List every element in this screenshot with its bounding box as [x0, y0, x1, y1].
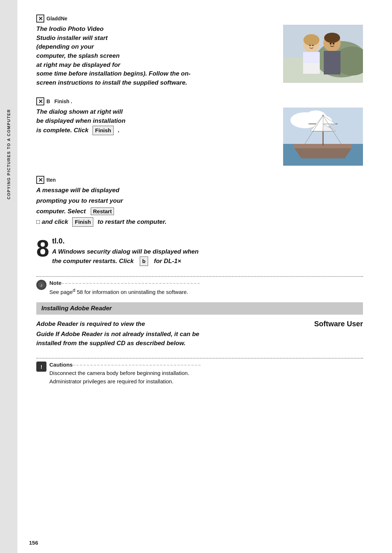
adobe-banner: Installing Adobe Reader — [36, 302, 363, 315]
section1-text: The Irodio Photo Video Studio installer … — [36, 25, 276, 87]
section1-image — [283, 25, 363, 83]
caution-line-2: Administrator privileges are required fo… — [49, 378, 201, 386]
caution-label: Cautions~~~~~~~~~~~~~~~~~~~~~~~~~~~~~~~~… — [49, 362, 201, 368]
section1-twocol: The Irodio Photo Video Studio installer … — [36, 25, 363, 87]
note-text: See paged 58 for information on uninstal… — [49, 287, 201, 295]
svg-text:!: ! — [41, 364, 42, 370]
sidebar-text: Copying Pictures to a Computer — [7, 109, 11, 199]
svg-rect-9 — [324, 51, 340, 74]
software-user-text: Software User — [314, 320, 363, 328]
adobe-body-section: Adobe Reader is required to view the Sof… — [36, 320, 363, 348]
caution-line-1: Disconnect the camera body before beginn… — [49, 369, 201, 378]
svg-point-10 — [324, 33, 340, 43]
note-content: Note~~~~~~~~~~~~~~~~~~~~~~~~~~~~~~~~~~~~… — [49, 280, 201, 295]
step8-container: 8 tl.0. A Windows security dialog will b… — [36, 237, 363, 266]
step8-subtitle: tl.0. — [52, 237, 350, 245]
svg-point-13 — [330, 43, 332, 45]
svg-point-14 — [333, 43, 335, 45]
caution-section: ! Cautions~~~~~~~~~~~~~~~~~~~~~~~~~~~~~~… — [36, 358, 363, 386]
finish-btn-2: Finish — [72, 217, 93, 227]
checkbox-icon-1 — [36, 15, 44, 23]
finish-btn: Finish — [93, 126, 114, 135]
section1-title: GladdNe — [46, 16, 68, 21]
note-icon: ♪ — [36, 280, 46, 290]
caution-symbol: ! — [37, 363, 45, 371]
svg-text:♪: ♪ — [40, 282, 43, 288]
section2-twocol: The dialog shown at right will be displa… — [36, 108, 363, 166]
section-1: GladdNe The Irodio Photo Video Studio in… — [36, 15, 363, 87]
svg-point-7 — [303, 34, 319, 46]
section2-body: The dialog shown at right will be displa… — [36, 108, 276, 135]
section2-step: B Finish . — [46, 98, 72, 104]
note-symbol: ♪ — [38, 281, 45, 288]
caution-content: Cautions~~~~~~~~~~~~~~~~~~~~~~~~~~~~~~~~… — [49, 362, 201, 386]
adobe-banner-text: Installing Adobe Reader — [41, 305, 112, 312]
page-number: 156 — [29, 540, 38, 546]
checkbox-icon-3 — [36, 176, 44, 184]
section2-header: B Finish . — [36, 97, 363, 105]
section1-header: GladdNe — [36, 15, 363, 23]
install-btn: b — [140, 257, 148, 266]
section3-header: tten — [36, 176, 363, 184]
svg-rect-6 — [303, 52, 320, 63]
adobe-line1-bold: Adobe Reader is required to view the — [36, 320, 145, 329]
checkbox-icon-2 — [36, 97, 44, 105]
sidebar-strip — [0, 0, 17, 553]
caution-text: Disconnect the camera body before beginn… — [49, 369, 201, 386]
caution-icon: ! — [36, 362, 46, 372]
boat-illustration — [283, 108, 363, 166]
step8-content: tl.0. A Windows security dialog will be … — [52, 237, 350, 266]
adobe-body-text: Guide If Adobe Reader is not already ins… — [36, 330, 363, 348]
note-section: ♪ Note~~~~~~~~~~~~~~~~~~~~~~~~~~~~~~~~~~… — [36, 276, 363, 295]
section-2: B Finish . The dialog shown at right wil… — [36, 97, 363, 166]
step8-section: 8 tl.0. A Windows security dialog will b… — [36, 237, 363, 266]
section3-body: A message will be displayed prompting yo… — [36, 186, 363, 227]
section2-image — [283, 108, 363, 166]
main-content: GladdNe The Irodio Photo Video Studio in… — [36, 15, 363, 386]
page-container: Copying Pictures to a Computer GladdNe T… — [0, 0, 392, 553]
people-illustration — [283, 25, 363, 83]
section3-step: tten — [46, 177, 56, 183]
dl1-suffix: × — [177, 258, 181, 265]
restart-option: Restart — [91, 207, 114, 215]
step8-body: A Windows security dialog will be displa… — [52, 247, 350, 266]
step8-number: 8 — [36, 237, 49, 260]
note-label: Note~~~~~~~~~~~~~~~~~~~~~~~~~~~~~~~~~~~~… — [49, 280, 201, 286]
section-3: tten A message will be displayed prompti… — [36, 176, 363, 227]
svg-point-12 — [312, 45, 314, 46]
svg-point-11 — [309, 45, 311, 46]
section1-body: The Irodio Photo Video Studio installer … — [36, 25, 276, 87]
section2-text: The dialog shown at right will be displa… — [36, 108, 276, 135]
